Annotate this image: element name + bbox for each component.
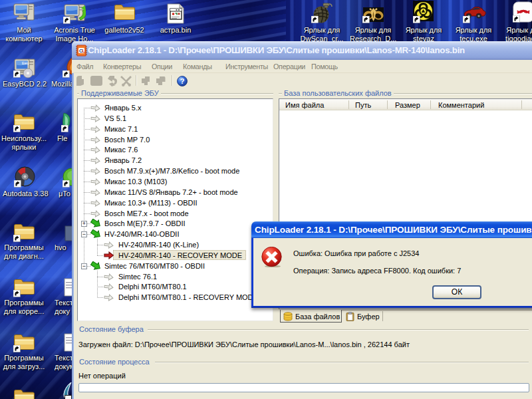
svg-text:L: L <box>82 49 86 53</box>
svg-text:?: ? <box>180 77 185 85</box>
svg-text:Easy: Easy <box>22 61 30 65</box>
